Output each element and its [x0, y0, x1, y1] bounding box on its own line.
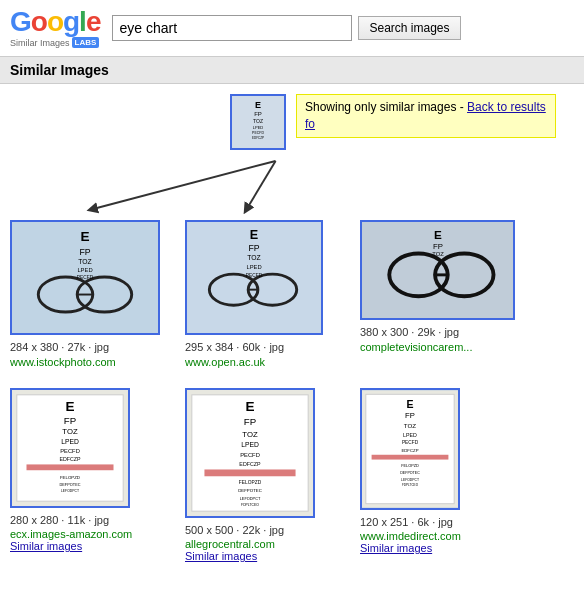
- logo-l: l: [79, 6, 86, 37]
- svg-text:FELOPZD: FELOPZD: [60, 474, 80, 479]
- main-content: E FP TOZ LPED PECFD EDFCZP Showing only …: [0, 84, 584, 572]
- source-row: E FP TOZ LPED PECFD EDFCZP Showing only …: [10, 94, 574, 150]
- labs-badge: LABS: [72, 37, 100, 48]
- top-image-1: E FP TOZ LPED PECFD 284 x 380 · 27k · jp…: [10, 220, 170, 368]
- svg-text:EDFCZP: EDFCZP: [401, 447, 418, 452]
- svg-text:E: E: [80, 229, 89, 244]
- svg-text:E: E: [434, 228, 442, 241]
- svg-text:LPED: LPED: [77, 267, 92, 273]
- eye-chart-img-5: E FP TOZ LPED PECFD EDFCZP FELOPZD DEFPO…: [187, 388, 313, 518]
- eye-chart-img-2: E FP TOZ LPED PECFD: [187, 220, 321, 335]
- svg-text:PECFD: PECFD: [252, 131, 264, 135]
- bottom-image-grid: E FP TOZ LPED PECFD EDFCZP FELOPZD DEFPO…: [10, 388, 574, 563]
- svg-text:E: E: [255, 100, 261, 110]
- svg-text:FELOPZD: FELOPZD: [239, 480, 262, 485]
- top-image-grid: E FP TOZ LPED PECFD 284 x 380 · 27k · jp…: [10, 220, 574, 368]
- svg-rect-54: [204, 469, 295, 476]
- bottom-meta-2: 500 x 500 · 22k · jpg: [185, 522, 284, 539]
- bottom-thumb-3: E FP TOZ LPED PECFD EDFCZP FELOPZD DEFPO…: [360, 388, 460, 510]
- svg-text:LPED: LPED: [403, 431, 417, 437]
- bottom-meta-3: 120 x 251 · 6k · jpg: [360, 514, 453, 531]
- svg-rect-42: [27, 464, 114, 470]
- similar-link-2[interactable]: Similar images: [185, 550, 257, 562]
- svg-text:TOZ: TOZ: [253, 118, 263, 124]
- top-image-3: E FP TOZ 380 x 300 · 29k · jpg completev…: [360, 220, 520, 353]
- bottom-url-1[interactable]: ecx.images-amazon.com: [10, 528, 132, 540]
- svg-text:EDFCZP: EDFCZP: [239, 460, 261, 466]
- notice-text: Showing only similar images -: [305, 100, 467, 114]
- svg-text:FP: FP: [244, 415, 256, 426]
- svg-text:LPED: LPED: [253, 125, 264, 130]
- bottom-thumb-1: E FP TOZ LPED PECFD EDFCZP FELOPZD DEFPO…: [10, 388, 130, 508]
- eye-chart-img-3: E FP TOZ: [362, 220, 513, 320]
- top-url-2[interactable]: www.open.ac.uk: [185, 356, 265, 368]
- header: Google Similar Images LABS Search images: [0, 0, 584, 57]
- top-thumb-1: E FP TOZ LPED PECFD: [10, 220, 160, 335]
- svg-text:FP: FP: [433, 242, 443, 251]
- section-title-bar: Similar Images: [0, 57, 584, 84]
- similar-link-1[interactable]: Similar images: [10, 540, 82, 552]
- connection-arrows: [10, 160, 574, 215]
- svg-text:PECFD: PECFD: [60, 447, 80, 453]
- top-url-1[interactable]: www.istockphoto.com: [10, 356, 116, 368]
- eye-chart-img-1: E FP TOZ LPED PECFD: [12, 220, 158, 335]
- logo-g: G: [10, 6, 31, 37]
- svg-text:E: E: [250, 228, 258, 242]
- logo-g2: g: [63, 6, 79, 37]
- svg-text:FP: FP: [254, 111, 262, 117]
- svg-text:LPED: LPED: [246, 264, 261, 270]
- google-logo: Google: [10, 8, 100, 36]
- source-thumb: E FP TOZ LPED PECFD EDFCZP: [230, 94, 286, 150]
- search-bar: Search images: [112, 15, 574, 41]
- bottom-url-3[interactable]: www.imdedirect.com: [360, 530, 461, 542]
- svg-text:LPED: LPED: [61, 438, 79, 445]
- svg-text:DEFPOTEC: DEFPOTEC: [59, 482, 80, 486]
- svg-text:E: E: [406, 397, 413, 409]
- svg-text:FDPLTCEO: FDPLTCEO: [402, 483, 419, 487]
- top-thumb-2: E FP TOZ LPED PECFD: [185, 220, 323, 335]
- svg-text:TOZ: TOZ: [404, 421, 417, 428]
- svg-text:PECFD: PECFD: [77, 275, 94, 280]
- bottom-meta-1: 280 x 280 · 11k · jpg: [10, 512, 109, 529]
- source-image-container: E FP TOZ LPED PECFD EDFCZP: [230, 94, 286, 150]
- svg-text:E: E: [245, 399, 254, 414]
- svg-text:TOZ: TOZ: [242, 429, 258, 438]
- svg-text:PECFD: PECFD: [240, 451, 260, 457]
- section-title: Similar Images: [10, 62, 109, 78]
- svg-text:LEFODPCT: LEFODPCT: [240, 495, 261, 500]
- bottom-image-2: E FP TOZ LPED PECFD EDFCZP FELOPZD DEFPO…: [185, 388, 345, 563]
- svg-text:LEFODPCT: LEFODPCT: [401, 477, 419, 481]
- svg-text:TOZ: TOZ: [432, 251, 444, 257]
- svg-text:E: E: [65, 399, 74, 414]
- top-meta-3: 380 x 300 · 29k · jpg: [360, 324, 459, 341]
- similar-link-3[interactable]: Similar images: [360, 542, 432, 554]
- svg-text:LEFODPCT: LEFODPCT: [61, 489, 79, 493]
- eye-chart-img-6: E FP TOZ LPED PECFD EDFCZP FELOPZD DEFPO…: [362, 388, 458, 510]
- notice-box: Showing only similar images - Back to re…: [296, 94, 556, 138]
- search-input[interactable]: [112, 15, 352, 41]
- top-meta-1: 284 x 380 · 27k · jpg: [10, 339, 109, 356]
- svg-text:LPED: LPED: [241, 441, 259, 448]
- svg-text:EDFCZP: EDFCZP: [59, 455, 81, 461]
- bottom-thumb-2: E FP TOZ LPED PECFD EDFCZP FELOPZD DEFPO…: [185, 388, 315, 518]
- svg-line-7: [92, 161, 275, 209]
- bottom-url-2[interactable]: allegrocentral.com: [185, 538, 275, 550]
- bottom-image-1: E FP TOZ LPED PECFD EDFCZP FELOPZD DEFPO…: [10, 388, 170, 553]
- logo-o2: o: [47, 6, 63, 37]
- source-eye-chart-svg: E FP TOZ LPED PECFD EDFCZP: [232, 96, 284, 148]
- similar-images-text: Similar Images: [10, 38, 70, 48]
- svg-text:EDFCZP: EDFCZP: [252, 136, 264, 140]
- arrows-area: [10, 160, 574, 215]
- logo-e: e: [86, 6, 101, 37]
- svg-text:FP: FP: [79, 247, 90, 257]
- svg-text:FDPLTCEO: FDPLTCEO: [241, 503, 259, 507]
- svg-text:PECFD: PECFD: [246, 273, 263, 278]
- top-image-2: E FP TOZ LPED PECFD 295 x 384 · 60k · jp…: [185, 220, 345, 368]
- bottom-image-3: E FP TOZ LPED PECFD EDFCZP FELOPZD DEFPO…: [360, 388, 520, 555]
- svg-text:FP: FP: [405, 411, 415, 420]
- search-button[interactable]: Search images: [358, 16, 460, 40]
- top-thumb-3: E FP TOZ: [360, 220, 515, 320]
- top-url-3[interactable]: completevisioncarem...: [360, 341, 473, 353]
- top-meta-2: 295 x 384 · 60k · jpg: [185, 339, 284, 356]
- svg-text:FP: FP: [64, 414, 76, 425]
